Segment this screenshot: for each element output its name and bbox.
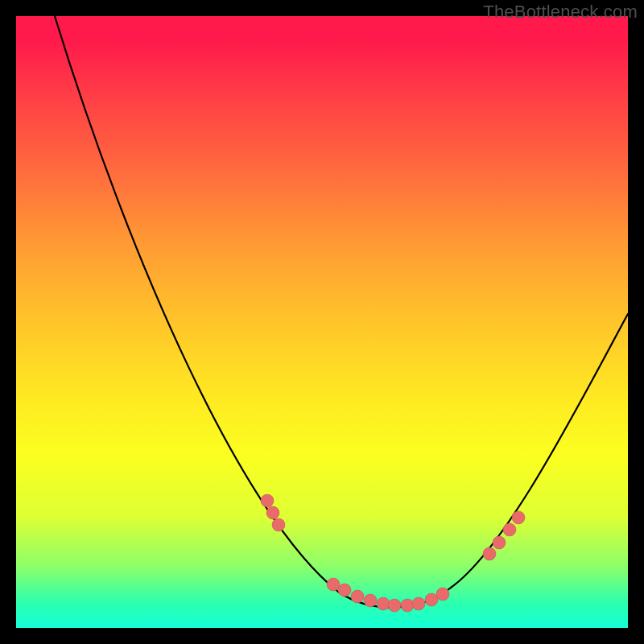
data-dot bbox=[327, 578, 340, 591]
curve-layer bbox=[16, 16, 628, 628]
data-dot bbox=[351, 590, 364, 603]
data-dot bbox=[425, 593, 438, 606]
data-dot bbox=[412, 597, 425, 610]
data-dot bbox=[388, 599, 401, 612]
data-dot bbox=[493, 536, 506, 549]
data-dot bbox=[503, 523, 516, 536]
data-dot bbox=[512, 511, 525, 524]
data-dot bbox=[338, 584, 351, 597]
data-dot bbox=[364, 594, 377, 607]
data-dot bbox=[483, 547, 496, 560]
data-dot bbox=[272, 518, 285, 531]
data-dot bbox=[266, 506, 279, 519]
gradient-plot-area bbox=[16, 16, 628, 628]
watermark-text: TheBottleneck.com bbox=[483, 2, 638, 23]
data-dot bbox=[436, 588, 449, 601]
data-dot bbox=[377, 597, 390, 610]
data-dot bbox=[261, 494, 274, 507]
data-dot bbox=[401, 599, 414, 612]
bottleneck-curve bbox=[55, 16, 628, 608]
